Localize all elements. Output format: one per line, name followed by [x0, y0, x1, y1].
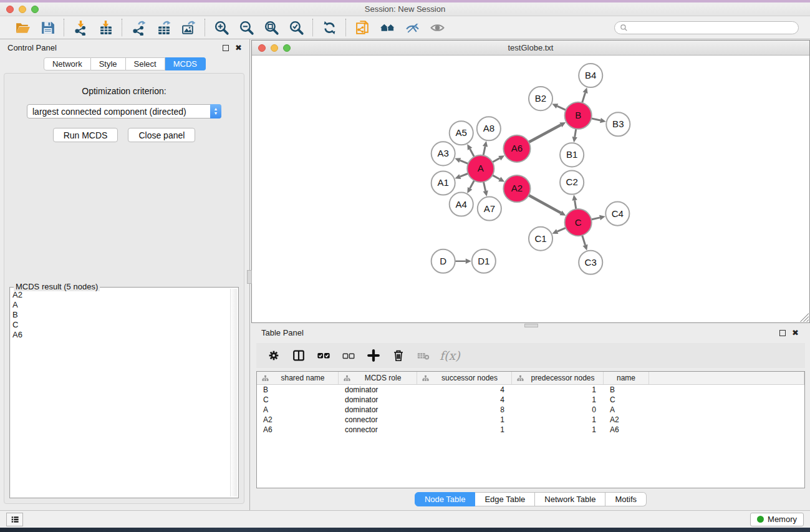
column-header-shared-name[interactable]: shared name	[257, 372, 339, 384]
node-label-A8: A8	[483, 123, 494, 133]
column-header-predecessor-nodes[interactable]: predecessor nodes	[512, 372, 604, 384]
search-input[interactable]	[630, 23, 793, 32]
open-folder-button[interactable]	[12, 19, 33, 36]
table-row[interactable]: A6connector11A6	[257, 425, 804, 435]
memory-button[interactable]: Memory	[750, 513, 804, 526]
close-table-panel-icon[interactable]: ✖	[792, 330, 799, 336]
select-all-button[interactable]	[312, 346, 335, 365]
sort-icon[interactable]	[344, 375, 350, 382]
result-item[interactable]: A	[12, 300, 229, 310]
edge-C-C4[interactable]	[591, 218, 600, 220]
zoom-in-button[interactable]	[211, 19, 232, 36]
edge-A2-C[interactable]	[528, 195, 561, 213]
edge-C-C2[interactable]	[575, 200, 576, 210]
edge-B-B4[interactable]	[582, 93, 585, 104]
float-panel-icon[interactable]	[223, 45, 229, 51]
column-header-MCDS-role[interactable]: MCDS role	[339, 372, 417, 384]
refresh-button[interactable]	[319, 19, 340, 36]
export-network-button[interactable]	[128, 19, 149, 36]
zoom-fit-button[interactable]	[261, 19, 282, 36]
criterion-select[interactable]: largest connected component (directed) ▲…	[27, 104, 221, 118]
zoom-selected-button[interactable]	[286, 19, 307, 36]
node-label-D1: D1	[478, 256, 489, 266]
trash-icon	[392, 349, 405, 362]
export-image-button[interactable]	[178, 19, 199, 36]
column-header-name[interactable]: name	[604, 372, 649, 384]
resize-grip[interactable]	[800, 313, 809, 322]
optimization-criterion-label: Optimization criterion:	[4, 86, 244, 96]
gear-button[interactable]	[263, 346, 285, 365]
edge-C-C1[interactable]	[557, 228, 567, 231]
window-titlebar[interactable]: Session: New Session	[0, 2, 810, 16]
edge-A-A8[interactable]	[483, 147, 485, 157]
result-item[interactable]: A6	[12, 330, 229, 340]
sort-icon[interactable]	[422, 375, 429, 382]
refresh-icon	[322, 20, 337, 36]
tab-mcds[interactable]: MCDS	[165, 57, 206, 70]
edge-A6-B[interactable]	[528, 125, 561, 142]
zoom-out-icon	[239, 20, 254, 36]
tab-style[interactable]: Style	[91, 57, 126, 70]
import-network-button[interactable]	[70, 19, 91, 36]
edge-A-A1[interactable]	[460, 173, 469, 177]
trash-button[interactable]	[387, 346, 410, 365]
edge-A-A4[interactable]	[470, 180, 475, 188]
unselect-all-button[interactable]	[337, 346, 360, 365]
table-cell: C	[604, 395, 649, 404]
save-button[interactable]	[37, 19, 58, 36]
add-button[interactable]	[362, 346, 385, 365]
table-header-row: shared nameMCDS rolesuccessor nodesprede…	[257, 372, 804, 385]
network-window-titlebar[interactable]: testGlobe.txt	[252, 41, 809, 56]
export-table-button[interactable]	[153, 19, 174, 36]
network-canvas[interactable]: B4B2BB3A8A5A6A3B1AA1C2A2A4A7C4CC1C3DD1	[252, 56, 809, 322]
close-panel-button[interactable]: Close panel	[128, 128, 195, 142]
vertical-splitter-handle[interactable]	[247, 270, 252, 284]
tab-network-table[interactable]: Network Table	[535, 492, 605, 506]
home-button[interactable]	[377, 19, 398, 36]
edge-B-B3[interactable]	[591, 118, 600, 120]
eye-icon	[430, 20, 445, 36]
network-file-button[interactable]	[352, 19, 373, 36]
column-header-successor-nodes[interactable]: successor nodes	[417, 372, 512, 384]
eye-button[interactable]	[427, 19, 448, 36]
tab-node-table[interactable]: Node Table	[415, 492, 476, 506]
mcds-result-list[interactable]: A2ABCA6	[12, 290, 229, 496]
edge-B-B1[interactable]	[575, 128, 576, 137]
node-label-A2: A2	[511, 183, 523, 194]
sort-icon[interactable]	[262, 375, 269, 382]
function-builder-icon[interactable]: f(x)	[440, 349, 460, 362]
tab-select[interactable]: Select	[126, 57, 165, 70]
run-mcds-button[interactable]: Run MCDS	[53, 128, 118, 142]
delete-table-button[interactable]	[412, 346, 435, 365]
import-table-button[interactable]	[95, 19, 116, 36]
zoom-out-button[interactable]	[236, 19, 257, 36]
network-graph[interactable]: B4B2BB3A8A5A6A3B1AA1C2A2A4A7C4CC1C3DD1	[252, 56, 809, 322]
columns-button[interactable]	[287, 346, 310, 365]
result-item[interactable]: B	[12, 310, 229, 320]
search-box[interactable]	[614, 21, 799, 34]
result-scrollbar[interactable]	[230, 289, 237, 496]
close-panel-icon[interactable]: ✖	[235, 45, 242, 51]
edge-A-A5[interactable]	[470, 149, 475, 158]
sort-icon[interactable]	[517, 375, 524, 382]
task-history-button[interactable]	[6, 513, 23, 526]
hide-labels-button[interactable]	[402, 19, 423, 36]
table-row[interactable]: Bdominator41B	[257, 385, 804, 395]
table-row[interactable]: A2connector11A2	[257, 415, 804, 425]
tab-network[interactable]: Network	[44, 57, 91, 70]
float-table-panel-icon[interactable]	[779, 330, 786, 336]
tab-edge-table[interactable]: Edge Table	[475, 492, 535, 506]
edge-A-A3[interactable]	[460, 160, 469, 164]
edge-C-C3[interactable]	[582, 235, 585, 245]
edge-A-A7[interactable]	[483, 181, 485, 191]
table-row[interactable]: Adominator80A	[257, 405, 804, 415]
result-item[interactable]: C	[12, 320, 229, 330]
edge-A-A2[interactable]	[492, 175, 499, 179]
edge-B-B2[interactable]	[557, 106, 567, 110]
arrowhead-icon	[572, 137, 577, 143]
tab-motifs[interactable]: Motifs	[605, 492, 647, 506]
table-row[interactable]: Cdominator41C	[257, 395, 804, 405]
node-table[interactable]: shared nameMCDS rolesuccessor nodesprede…	[256, 371, 805, 488]
edge-A-A6[interactable]	[492, 158, 499, 163]
result-item[interactable]: A2	[12, 290, 229, 300]
